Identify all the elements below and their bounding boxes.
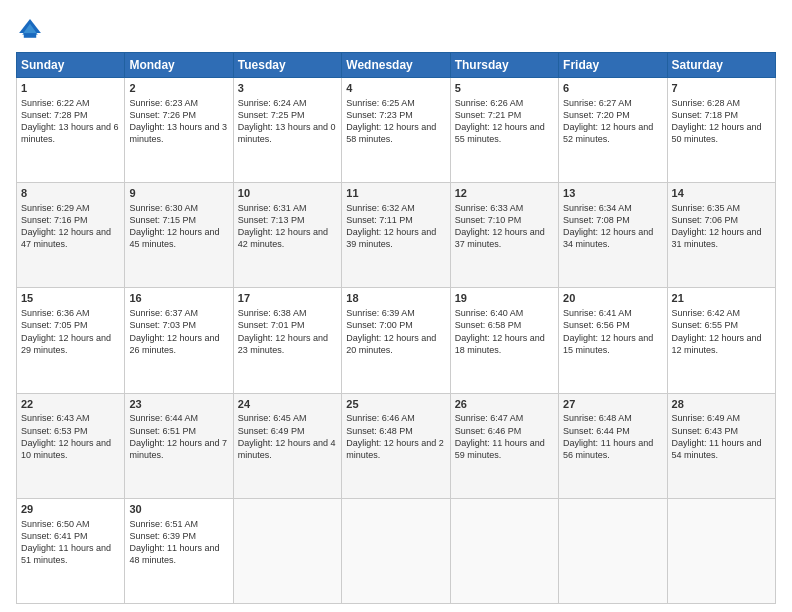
- day-number: 15: [21, 291, 120, 306]
- day-number: 14: [672, 186, 771, 201]
- sunrise-label: Sunrise: 6:42 AM: [672, 308, 741, 318]
- sunrise-label: Sunrise: 6:35 AM: [672, 203, 741, 213]
- day-number: 7: [672, 81, 771, 96]
- sunset-label: Sunset: 7:28 PM: [21, 110, 88, 120]
- table-row: 12 Sunrise: 6:33 AM Sunset: 7:10 PM Dayl…: [450, 183, 558, 288]
- day-number: 4: [346, 81, 445, 96]
- sunrise-label: Sunrise: 6:28 AM: [672, 98, 741, 108]
- daylight-label: Daylight: 12 hours and 50 minutes.: [672, 122, 762, 144]
- sunset-label: Sunset: 6:44 PM: [563, 426, 630, 436]
- day-number: 16: [129, 291, 228, 306]
- day-number: 1: [21, 81, 120, 96]
- sunrise-label: Sunrise: 6:22 AM: [21, 98, 90, 108]
- table-row: [342, 498, 450, 603]
- sunset-label: Sunset: 6:46 PM: [455, 426, 522, 436]
- day-number: 17: [238, 291, 337, 306]
- table-row: 9 Sunrise: 6:30 AM Sunset: 7:15 PM Dayli…: [125, 183, 233, 288]
- daylight-label: Daylight: 12 hours and 47 minutes.: [21, 227, 111, 249]
- col-wednesday: Wednesday: [342, 53, 450, 78]
- table-row: 23 Sunrise: 6:44 AM Sunset: 6:51 PM Dayl…: [125, 393, 233, 498]
- daylight-label: Daylight: 12 hours and 18 minutes.: [455, 333, 545, 355]
- sunrise-label: Sunrise: 6:24 AM: [238, 98, 307, 108]
- sunrise-label: Sunrise: 6:47 AM: [455, 413, 524, 423]
- sunrise-label: Sunrise: 6:23 AM: [129, 98, 198, 108]
- day-number: 25: [346, 397, 445, 412]
- daylight-label: Daylight: 12 hours and 7 minutes.: [129, 438, 227, 460]
- daylight-label: Daylight: 12 hours and 29 minutes.: [21, 333, 111, 355]
- table-row: 8 Sunrise: 6:29 AM Sunset: 7:16 PM Dayli…: [17, 183, 125, 288]
- calendar-week-row: 1 Sunrise: 6:22 AM Sunset: 7:28 PM Dayli…: [17, 78, 776, 183]
- day-number: 29: [21, 502, 120, 517]
- sunset-label: Sunset: 7:21 PM: [455, 110, 522, 120]
- calendar-table: Sunday Monday Tuesday Wednesday Thursday…: [16, 52, 776, 604]
- daylight-label: Daylight: 12 hours and 39 minutes.: [346, 227, 436, 249]
- table-row: 27 Sunrise: 6:48 AM Sunset: 6:44 PM Dayl…: [559, 393, 667, 498]
- sunset-label: Sunset: 7:23 PM: [346, 110, 413, 120]
- sunrise-label: Sunrise: 6:30 AM: [129, 203, 198, 213]
- sunset-label: Sunset: 6:43 PM: [672, 426, 739, 436]
- day-number: 12: [455, 186, 554, 201]
- sunset-label: Sunset: 7:15 PM: [129, 215, 196, 225]
- sunset-label: Sunset: 7:05 PM: [21, 320, 88, 330]
- daylight-label: Daylight: 12 hours and 26 minutes.: [129, 333, 219, 355]
- day-number: 28: [672, 397, 771, 412]
- sunrise-label: Sunrise: 6:29 AM: [21, 203, 90, 213]
- daylight-label: Daylight: 12 hours and 34 minutes.: [563, 227, 653, 249]
- table-row: 5 Sunrise: 6:26 AM Sunset: 7:21 PM Dayli…: [450, 78, 558, 183]
- day-number: 2: [129, 81, 228, 96]
- col-saturday: Saturday: [667, 53, 775, 78]
- sunrise-label: Sunrise: 6:31 AM: [238, 203, 307, 213]
- sunset-label: Sunset: 6:48 PM: [346, 426, 413, 436]
- day-number: 26: [455, 397, 554, 412]
- table-row: 6 Sunrise: 6:27 AM Sunset: 7:20 PM Dayli…: [559, 78, 667, 183]
- page: Sunday Monday Tuesday Wednesday Thursday…: [0, 0, 792, 612]
- table-row: 11 Sunrise: 6:32 AM Sunset: 7:11 PM Dayl…: [342, 183, 450, 288]
- day-number: 21: [672, 291, 771, 306]
- table-row: 19 Sunrise: 6:40 AM Sunset: 6:58 PM Dayl…: [450, 288, 558, 393]
- sunrise-label: Sunrise: 6:50 AM: [21, 519, 90, 529]
- day-number: 20: [563, 291, 662, 306]
- sunrise-label: Sunrise: 6:51 AM: [129, 519, 198, 529]
- daylight-label: Daylight: 12 hours and 55 minutes.: [455, 122, 545, 144]
- sunset-label: Sunset: 6:51 PM: [129, 426, 196, 436]
- day-number: 5: [455, 81, 554, 96]
- sunset-label: Sunset: 7:06 PM: [672, 215, 739, 225]
- col-tuesday: Tuesday: [233, 53, 341, 78]
- table-row: 3 Sunrise: 6:24 AM Sunset: 7:25 PM Dayli…: [233, 78, 341, 183]
- daylight-label: Daylight: 11 hours and 48 minutes.: [129, 543, 219, 565]
- day-number: 18: [346, 291, 445, 306]
- table-row: 13 Sunrise: 6:34 AM Sunset: 7:08 PM Dayl…: [559, 183, 667, 288]
- sunset-label: Sunset: 7:03 PM: [129, 320, 196, 330]
- sunrise-label: Sunrise: 6:49 AM: [672, 413, 741, 423]
- day-number: 10: [238, 186, 337, 201]
- sunset-label: Sunset: 6:53 PM: [21, 426, 88, 436]
- calendar-week-row: 15 Sunrise: 6:36 AM Sunset: 7:05 PM Dayl…: [17, 288, 776, 393]
- daylight-label: Daylight: 12 hours and 58 minutes.: [346, 122, 436, 144]
- daylight-label: Daylight: 12 hours and 42 minutes.: [238, 227, 328, 249]
- sunrise-label: Sunrise: 6:43 AM: [21, 413, 90, 423]
- sunrise-label: Sunrise: 6:41 AM: [563, 308, 632, 318]
- sunrise-label: Sunrise: 6:27 AM: [563, 98, 632, 108]
- sunset-label: Sunset: 6:49 PM: [238, 426, 305, 436]
- table-row: 4 Sunrise: 6:25 AM Sunset: 7:23 PM Dayli…: [342, 78, 450, 183]
- day-number: 11: [346, 186, 445, 201]
- calendar-week-row: 29 Sunrise: 6:50 AM Sunset: 6:41 PM Dayl…: [17, 498, 776, 603]
- sunrise-label: Sunrise: 6:25 AM: [346, 98, 415, 108]
- table-row: 1 Sunrise: 6:22 AM Sunset: 7:28 PM Dayli…: [17, 78, 125, 183]
- day-number: 8: [21, 186, 120, 201]
- logo-icon: [16, 16, 44, 44]
- logo: [16, 16, 48, 44]
- sunset-label: Sunset: 7:01 PM: [238, 320, 305, 330]
- table-row: 26 Sunrise: 6:47 AM Sunset: 6:46 PM Dayl…: [450, 393, 558, 498]
- table-row: [667, 498, 775, 603]
- sunset-label: Sunset: 7:26 PM: [129, 110, 196, 120]
- daylight-label: Daylight: 11 hours and 54 minutes.: [672, 438, 762, 460]
- table-row: 14 Sunrise: 6:35 AM Sunset: 7:06 PM Dayl…: [667, 183, 775, 288]
- calendar-week-row: 22 Sunrise: 6:43 AM Sunset: 6:53 PM Dayl…: [17, 393, 776, 498]
- sunrise-label: Sunrise: 6:40 AM: [455, 308, 524, 318]
- sunrise-label: Sunrise: 6:39 AM: [346, 308, 415, 318]
- daylight-label: Daylight: 12 hours and 10 minutes.: [21, 438, 111, 460]
- table-row: 10 Sunrise: 6:31 AM Sunset: 7:13 PM Dayl…: [233, 183, 341, 288]
- sunrise-label: Sunrise: 6:46 AM: [346, 413, 415, 423]
- col-monday: Monday: [125, 53, 233, 78]
